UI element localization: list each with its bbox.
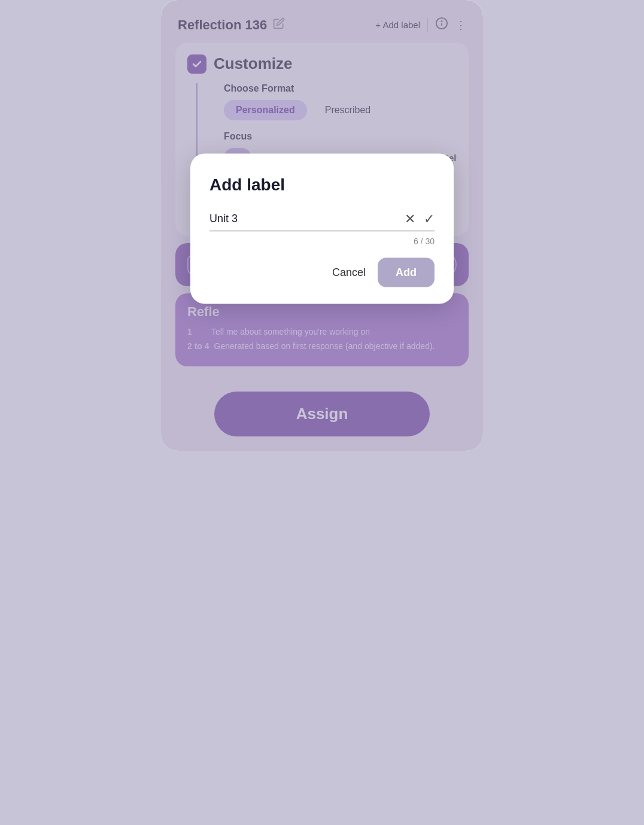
app-container: Reflection 136 + Add label ⋮ Customize	[161, 0, 483, 451]
char-count: 6 / 30	[209, 236, 435, 245]
label-input[interactable]	[209, 213, 405, 225]
clear-icon[interactable]: ✕	[405, 211, 415, 226]
modal-actions: Cancel Add	[209, 257, 435, 287]
modal-title: Add label	[209, 175, 435, 194]
cancel-button[interactable]: Cancel	[332, 266, 366, 278]
confirm-icon[interactable]: ✓	[424, 211, 435, 226]
input-icons: ✕ ✓	[405, 211, 435, 226]
add-label-modal: Add label ✕ ✓ 6 / 30 Cancel Add	[190, 153, 454, 304]
add-button[interactable]: Add	[378, 257, 435, 287]
label-input-row: ✕ ✓	[209, 211, 435, 231]
